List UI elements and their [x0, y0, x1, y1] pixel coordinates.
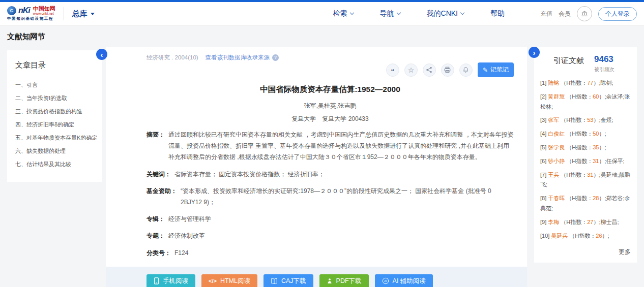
database-switcher[interactable]: 总库 — [72, 9, 95, 19]
cnki-logo[interactable]: C nKi 中国知网 www.cnki.net 中国知识基础设施工程 — [7, 6, 55, 22]
collapse-left-sidebar-button[interactable]: ‹ — [96, 49, 107, 60]
field-label: 摘要： — [147, 129, 165, 163]
citations-count[interactable]: 9463 — [594, 55, 614, 63]
alert-bell-icon[interactable] — [459, 63, 473, 77]
citation-item: [5]张学良（H指数：35）; — [540, 143, 631, 153]
bank-icon — [580, 10, 589, 18]
citation-author-link[interactable]: 张学良 — [548, 144, 565, 150]
ai-assist-read-button[interactable]: AIAI 辅助阅读 — [375, 274, 433, 287]
citation-h-index: （H指数：31） — [561, 172, 599, 178]
citation-author-link[interactable]: 陆铭 — [548, 80, 559, 86]
toc-item[interactable]: 五、对基年物质资本存量K的确定 — [15, 131, 95, 144]
citations-card: 引证文献 9463 被引频次 [1]陆铭（H指数：77）;陈钊;[2]黄群慧（H… — [534, 47, 637, 263]
citation-author-link[interactable]: 吴延兵 — [551, 233, 568, 239]
database-switcher-label: 总库 — [72, 9, 87, 19]
article-affiliation: 复旦大学 复旦大学 200433 — [147, 115, 514, 123]
ai-icon: AI — [382, 277, 389, 284]
citation-author-link[interactable]: 李梅 — [548, 219, 559, 225]
citation-item: [6]钞小静（H指数：31）;任保平; — [540, 156, 631, 167]
citation-h-index: （H指数：28） — [566, 195, 604, 201]
pdf-download-button[interactable]: PDF下载 — [319, 274, 369, 287]
journal-db-source-link[interactable]: 查看该刊数据库收录来源 — [206, 54, 270, 61]
toc-item[interactable]: 三、投资品价格指数的构造 — [15, 105, 95, 118]
take-note-label: 记笔记 — [490, 66, 509, 74]
nav-item-导航[interactable]: 导航 — [380, 9, 400, 18]
nav-item-检索[interactable]: 检索 — [333, 9, 354, 18]
article-field: 基金资助：“资本形成、投资效率和经济增长的实证研究:1978—２０００”的阶段性… — [147, 185, 514, 208]
citation-coauthors: ; — [608, 233, 609, 239]
citation-author-link[interactable]: 白俊红 — [548, 131, 565, 137]
citation-h-index: （H指数：77） — [561, 80, 599, 86]
pencil-icon: ✎ — [483, 67, 488, 74]
article-authors[interactable]: 张军,吴桂英,张吉鹏 — [147, 102, 514, 110]
personal-login-button[interactable]: 个人登录 — [598, 7, 637, 21]
share-icon[interactable] — [423, 63, 436, 77]
cnki-logo-mark: nKi — [18, 6, 30, 15]
citation-author-link[interactable]: 干春晖 — [548, 195, 565, 201]
citation-coauthors: ;金煜; — [599, 117, 613, 123]
toc-item[interactable]: 二、当年投资I的选取 — [15, 91, 95, 105]
citation-number: [4] — [540, 131, 546, 137]
citation-number: [2] — [540, 93, 546, 100]
phone-icon — [154, 277, 159, 284]
print-icon[interactable] — [441, 63, 454, 77]
citation-item: [4]白俊红（H指数：50）; — [540, 129, 631, 139]
citation-h-index: （H指数：50） — [566, 131, 604, 137]
citation-number: [7] — [540, 172, 546, 178]
site-header: C nKi 中国知网 www.cnki.net 中国知识基础设施工程 总库 检索… — [0, 2, 644, 26]
article-field: 专题：经济体制改革 — [147, 230, 514, 241]
toc-item[interactable]: 四、经济折旧率δ的确定 — [15, 118, 95, 131]
citation-number: [3] — [540, 117, 546, 123]
citation-item: [3]张军（H指数：53）;金煜; — [540, 115, 631, 125]
article-field: 专辑：经济与管理科学 — [147, 213, 514, 225]
recharge-link[interactable]: 充值 — [540, 10, 552, 18]
field-label: 专题： — [147, 230, 165, 241]
toc-item[interactable]: 七、估计结果及其比较 — [15, 157, 95, 171]
action-area: 手机阅读</>HTML阅读CAJ下载PDF下载AIAI 辅助阅读 个人成果免费下… — [106, 267, 527, 287]
member-link[interactable]: 会员 — [559, 10, 571, 18]
field-value: 通过回顾和比较已有研究中国资本存量的相关文献 ，考虑到中国国内生产总值历史数据的… — [168, 129, 514, 163]
cnki-name-zh: 中国知网 — [33, 6, 55, 12]
field-label: 基金资助： — [147, 185, 177, 208]
citation-author-link[interactable]: 钞小静 — [548, 158, 565, 164]
article-field: 摘要：通过回顾和比较已有研究中国资本存量的相关文献 ，考虑到中国国内生产总值历史… — [147, 129, 514, 163]
cnki-domain: www.cnki.net — [33, 12, 55, 15]
quote-icon[interactable]: “ — [386, 63, 399, 77]
article-card: 经济研究 . 2004(10) 查看该刊数据库收录来源 ? “☆ ✎ 记笔记 中… — [106, 47, 527, 287]
institution-login-icon[interactable] — [577, 6, 592, 21]
article-title: 中国省际物质资本存量估算:1952—2000 — [147, 84, 514, 95]
cnki-globe-icon: C — [7, 6, 16, 15]
chevron-down-icon — [349, 11, 354, 15]
mobile-read-button[interactable]: 手机阅读 — [147, 274, 195, 287]
code-icon: </> — [209, 278, 217, 284]
favorite-star-icon[interactable]: ☆ — [404, 63, 418, 77]
citation-author-link[interactable]: 张军 — [548, 117, 559, 123]
toc-list: 一、引言二、当年投资I的选取三、投资品价格指数的构造四、经济折旧率δ的确定五、对… — [15, 78, 95, 171]
toc-item[interactable]: 六、缺失数据的处理 — [15, 144, 95, 157]
caj-download-button[interactable]: CAJ下载 — [264, 274, 313, 287]
main-nav: 检索导航我的CNKI帮助 — [333, 9, 505, 18]
nav-item-帮助[interactable]: 帮助 — [490, 9, 505, 18]
more-citations-link[interactable]: 更多 — [540, 248, 631, 257]
html-read-button[interactable]: </>HTML阅读 — [201, 274, 257, 287]
field-label: 分类号： — [147, 247, 171, 259]
caret-down-icon — [91, 13, 95, 15]
nav-item-我的CNKI[interactable]: 我的CNKI — [427, 9, 464, 18]
field-value: “资本形成、投资效率和经济增长的实证研究:1978—２０００”的阶段性研究成果之… — [181, 185, 514, 208]
field-label: 专辑： — [147, 213, 165, 225]
citation-h-index: （H指数：60） — [566, 93, 604, 100]
help-icon[interactable]: ? — [272, 54, 279, 61]
pdf-person-icon — [327, 278, 333, 284]
page-title: 文献知网节 — [0, 26, 644, 47]
chevron-down-icon — [396, 11, 400, 15]
citation-h-index: （H指数：53） — [561, 117, 599, 123]
citation-author-link[interactable]: 王兵 — [548, 172, 559, 178]
citation-author-link[interactable]: 黄群慧 — [548, 93, 565, 100]
journal-source[interactable]: 经济研究 . 2004(10) — [147, 54, 198, 61]
take-note-button[interactable]: ✎ 记笔记 — [478, 62, 514, 77]
citations-title: 引证文献 — [553, 56, 584, 66]
field-value: F124 — [174, 247, 514, 259]
toc-item[interactable]: 一、引言 — [15, 78, 95, 91]
citation-item: [1]陆铭（H指数：77）;陈钊; — [540, 78, 631, 88]
collapse-right-sidebar-button[interactable]: › — [529, 47, 540, 58]
